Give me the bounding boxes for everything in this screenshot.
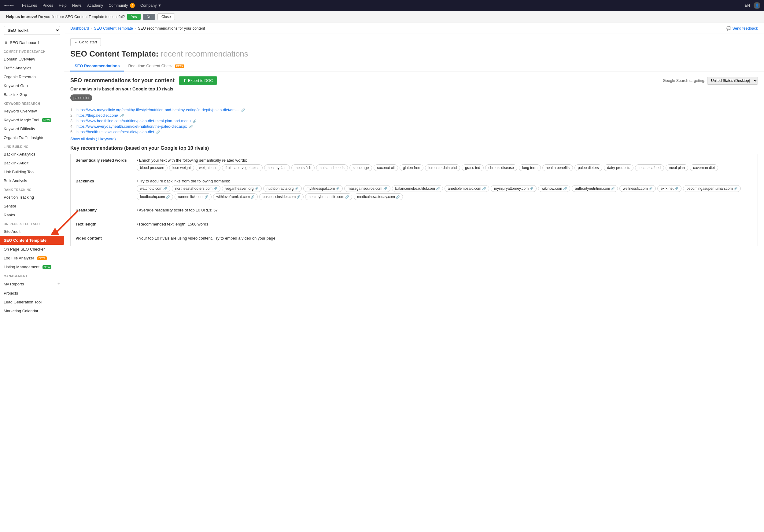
rival-link[interactable]: https://www.mayoclinic.org/healthy-lifes… (77, 108, 239, 112)
rival-link[interactable]: https://thepaleodiet.com/ (77, 113, 118, 118)
rec-bullet: • Recommended text length: 1500 words (137, 222, 753, 226)
logo[interactable]: SEMRUSH (4, 2, 13, 9)
row-content: • Average readability score of top 10 UR… (132, 204, 758, 218)
item-label: Organic Research (4, 74, 36, 79)
row-content: • Enrich your text with the following se… (132, 154, 758, 175)
sidebar-item-keyword-overview[interactable]: Keyword Overview (0, 107, 64, 115)
nav-company[interactable]: Company ▼ (140, 3, 161, 8)
domain-tag: exrx.net 🔗 (657, 185, 682, 192)
nav-academy[interactable]: Academy (87, 3, 103, 8)
toolkit-selector[interactable]: SEO Toolkit (0, 23, 64, 38)
nav-prices[interactable]: Prices (43, 3, 53, 8)
page-title: SEO Content Template: recent recommendat… (70, 49, 758, 59)
item-label: Domain Overview (4, 57, 35, 62)
sidebar-item-onpage-checker[interactable]: On Page SEO Checker (0, 245, 64, 254)
domain-tag: veganheaven.org 🔗 (222, 185, 262, 192)
sidebar-item-listing[interactable]: Listing Management NEW (0, 262, 64, 271)
show-all-rivals-link[interactable]: Show all rivals (1 keyword) (70, 137, 116, 141)
sidebar-item-seo-dashboard[interactable]: ⊞ SEO Dashboard (0, 38, 64, 47)
targeting-dropdown[interactable]: United States (Desktop) (707, 77, 758, 85)
item-label: Lead Generation Tool (4, 300, 42, 304)
sidebar-item-keyword-gap[interactable]: Keyword Gap (0, 81, 64, 90)
ext-icon: 🔗 (166, 195, 170, 199)
ext-icon: 🔗 (396, 195, 400, 199)
sidebar-item-link-building[interactable]: Link Building Tool (0, 168, 64, 176)
table-row-readability: Readability • Average readability score … (71, 204, 758, 218)
tab-realtime-content[interactable]: Real-time Content Check BETA (124, 61, 189, 71)
sidebar-item-traffic-analytics[interactable]: Traffic Analytics (0, 64, 64, 72)
nav-help[interactable]: Help (59, 3, 67, 8)
sidebar-item-organic-traffic[interactable]: Organic Traffic Insights (0, 133, 64, 142)
sidebar-item-projects[interactable]: Projects (0, 289, 64, 298)
sidebar-item-seo-content-template[interactable]: SEO Content Template (0, 236, 64, 245)
sidebar-item-bulk-analysis[interactable]: Bulk Analysis (0, 176, 64, 185)
plus-icon[interactable]: + (58, 281, 60, 287)
sidebar-item-backlink-audit[interactable]: Backlink Audit (0, 159, 64, 168)
item-label: Sensor (4, 204, 16, 208)
breadcrumb-dashboard[interactable]: Dashboard (70, 26, 89, 31)
item-label: Keyword Gap (4, 83, 28, 88)
nav-community[interactable]: Community 4 (108, 3, 135, 8)
no-button[interactable]: No (143, 14, 155, 20)
chat-icon: 💬 (726, 26, 731, 31)
rival-link[interactable]: https://www.healthline.com/nutrition/pal… (77, 119, 191, 123)
word-tag: paleo dieters (574, 164, 602, 171)
section-label-management: MANAGEMENT (0, 271, 64, 279)
sidebar-item-log-file[interactable]: Log File Analyzer BETA (0, 254, 64, 262)
section-label-link: LINK BUILDING (0, 142, 64, 150)
word-tag: weight loss (196, 164, 220, 171)
toolkit-dropdown[interactable]: SEO Toolkit (4, 26, 60, 35)
user-avatar[interactable]: 👤 (754, 2, 760, 9)
beta-badge: BETA (175, 65, 184, 68)
breadcrumb-seo-content-template[interactable]: SEO Content Template (94, 26, 133, 31)
notification-bar: Help us improve! Do you find our SEO Con… (0, 11, 764, 23)
new-badge: NEW (42, 118, 51, 122)
sidebar-item-lead-generation[interactable]: Lead Generation Tool (0, 298, 64, 307)
sidebar-item-ranks[interactable]: Ranks (0, 210, 64, 219)
ext-icon: 🔗 (674, 187, 678, 191)
item-label: Position Tracking (4, 195, 34, 200)
ext-icon: 🔗 (205, 195, 208, 199)
rival-link[interactable]: https://www.everydayhealth.com/diet-nutr… (77, 124, 187, 129)
top-navigation: SEMRUSH Features Prices Help News Academ… (0, 0, 764, 11)
sidebar-item-keyword-magic[interactable]: Keyword Magic Tool NEW (0, 115, 64, 124)
sidebar-item-my-reports[interactable]: My Reports + (0, 279, 64, 289)
tab-label: SEO Recommendations (75, 64, 119, 68)
lang-selector[interactable]: EN (745, 3, 750, 8)
breadcrumb: Dashboard › SEO Content Template › SEO r… (64, 23, 764, 34)
breadcrumb-current: SEO recommendations for your content (138, 26, 205, 31)
sidebar-item-backlink-gap[interactable]: Backlink Gap (0, 90, 64, 99)
svg-text:SEMRUSH: SEMRUSH (7, 5, 13, 6)
close-button[interactable]: Close (157, 13, 175, 20)
sidebar-item-backlink-analytics[interactable]: Backlink Analytics (0, 150, 64, 159)
nav-news[interactable]: News (72, 3, 82, 8)
go-to-start-button[interactable]: ← Go to start (70, 38, 101, 46)
sidebar-item-position-tracking[interactable]: Position Tracking (0, 193, 64, 202)
yes-button[interactable]: Yes (127, 14, 141, 20)
export-doc-button[interactable]: ⬆ Export to DOC (179, 76, 217, 85)
external-link-icon: 🔗 (156, 130, 160, 134)
row-label: Semantically related words (71, 154, 132, 175)
ext-icon: 🔗 (213, 187, 217, 191)
sidebar-item-keyword-difficulty[interactable]: Keyword Difficulty (0, 124, 64, 133)
send-feedback-button[interactable]: 💬 Send feedback (726, 26, 758, 31)
tab-seo-recommendations[interactable]: SEO Recommendations (70, 61, 124, 71)
sidebar-item-site-audit[interactable]: Site Audit (0, 227, 64, 236)
sidebar-item-domain-overview[interactable]: Domain Overview (0, 55, 64, 64)
item-label: Keyword Difficulty (4, 126, 35, 131)
section-label-keyword: KEYWORD RESEARCH (0, 99, 64, 107)
upload-icon: ⬆ (183, 78, 186, 83)
ext-icon: 🔗 (251, 195, 254, 199)
row-content: • Your top 10 rivals are using video con… (132, 232, 758, 246)
rival-num: 5. (70, 130, 74, 134)
domain-tag: myfitnesspal.com 🔗 (303, 185, 343, 192)
nav-features[interactable]: Features (22, 3, 37, 8)
rival-link[interactable]: https://health.usnews.com/best-diet/pale… (77, 130, 154, 134)
sidebar-item-marketing-calendar[interactable]: Marketing Calendar (0, 307, 64, 315)
item-label: Log File Analyzer (4, 256, 34, 260)
sidebar-item-organic-research[interactable]: Organic Research (0, 72, 64, 81)
table-row-text-length: Text length • Recommended text length: 1… (71, 218, 758, 232)
rec-bullet: • Your top 10 rivals are using video con… (137, 236, 753, 240)
item-label: Listing Management (4, 265, 40, 269)
sidebar-item-sensor[interactable]: Sensor (0, 202, 64, 210)
